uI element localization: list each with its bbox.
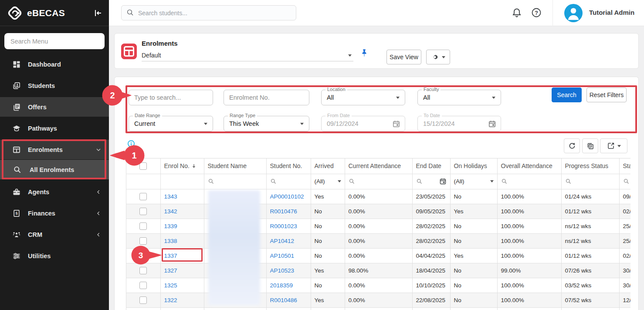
avatar[interactable]	[564, 4, 583, 22]
row-checkbox[interactable]	[139, 267, 147, 274]
row-checkbox[interactable]	[139, 208, 147, 215]
user-name[interactable]: Tutorial Admin	[589, 9, 634, 16]
sidebar-item-all-enrolments[interactable]: All Enrolments	[0, 160, 109, 179]
col-header-on-holidays[interactable]: On Holidays	[450, 158, 497, 174]
notifications-bell-icon[interactable]	[512, 7, 522, 18]
arrived-cell: Yes	[311, 293, 345, 307]
student-search-input[interactable]	[121, 5, 296, 20]
save-view-button[interactable]: Save View	[386, 50, 421, 64]
enrol-no-link[interactable]: 1339	[160, 219, 204, 233]
sidebar: eBECAS Dashboard Students	[0, 0, 109, 310]
col-header-end-date[interactable]: End Date	[412, 158, 450, 174]
to-date-field[interactable]: To Date 15/12/2024	[417, 116, 501, 131]
row-checkbox[interactable]	[139, 282, 147, 289]
progress-status-cell: 07/26 wks	[561, 263, 619, 278]
location-value: All	[322, 90, 405, 105]
column-chooser-button[interactable]	[582, 138, 598, 153]
sidebar-item-students[interactable]: Students	[0, 76, 109, 95]
search-icon[interactable]	[208, 178, 214, 185]
view-select[interactable]: Default	[142, 50, 353, 61]
location-select[interactable]: Location All	[321, 90, 405, 105]
row-checkbox[interactable]	[139, 297, 147, 304]
sidebar-search-input[interactable]	[4, 33, 105, 49]
sidebar-item-finances[interactable]: $ Finances	[0, 203, 109, 223]
student-no-link[interactable]: R0001023	[266, 219, 311, 233]
search-icon[interactable]	[270, 178, 277, 185]
student-no-link[interactable]: R0010476	[266, 204, 311, 219]
search-icon[interactable]	[349, 178, 355, 185]
progress-status-cell: 01/12 wks	[561, 248, 619, 263]
sidebar-item-utilities[interactable]: Utilities	[0, 246, 109, 266]
col-header-current-attendance[interactable]: Current Attendance	[345, 158, 412, 174]
range-type-value: This Week	[224, 116, 309, 131]
chevron-down-icon	[338, 180, 341, 182]
col-header-student-name[interactable]: Student Name	[204, 158, 266, 174]
export-button[interactable]	[600, 138, 627, 153]
settings-gear-button[interactable]	[426, 50, 450, 64]
table-row: 1339R0001023No0.00%28/02/2025No100.00%ns…	[126, 219, 630, 233]
sidebar-item-enrolments[interactable]: Enrolments	[0, 140, 109, 159]
enrol-no-link[interactable]: 1337	[160, 248, 204, 263]
info-icon[interactable]	[127, 140, 135, 148]
student-no-link[interactable]: R0010486	[266, 293, 311, 307]
range-type-select[interactable]: Range Type This Week	[224, 116, 309, 131]
date-range-select[interactable]: Date Range Current	[129, 116, 213, 131]
search-icon[interactable]	[565, 178, 572, 185]
student-no-link[interactable]: AP10523	[266, 263, 311, 278]
select-all-checkbox[interactable]	[139, 162, 147, 170]
enrol-no-link[interactable]: 1338	[160, 233, 204, 248]
calendar-icon[interactable]	[439, 178, 447, 185]
range-type-label: Range Type	[228, 113, 257, 118]
sidebar-item-pathways[interactable]: Pathways	[0, 118, 109, 138]
student-no-link[interactable]: AP10412	[266, 233, 311, 248]
enrol-no-link[interactable]: 1322	[160, 293, 204, 307]
student-no-link[interactable]: AP10501	[266, 248, 311, 263]
enrol-no-link[interactable]: 1342	[160, 204, 204, 219]
col-header-overall-attendance[interactable]: Overall Attendance	[497, 158, 561, 174]
row-checkbox[interactable]	[139, 222, 147, 230]
col-header-progress-status[interactable]: Progress Status	[561, 158, 619, 174]
student-no-link[interactable]: AP00010102	[266, 189, 311, 204]
sidebar-item-offers[interactable]: Offers	[0, 97, 109, 117]
progress-status-cell: 01/24 wks	[561, 189, 619, 204]
gear-icon	[431, 53, 439, 61]
filter-search-input[interactable]	[129, 90, 213, 105]
search-icon[interactable]	[416, 178, 423, 185]
search-button[interactable]: Search	[552, 88, 582, 102]
refresh-button[interactable]	[564, 138, 580, 153]
on-holidays-filter-select[interactable]: (All)	[450, 174, 497, 189]
finances-icon: $	[12, 209, 21, 218]
student-no-link[interactable]: 2018359	[266, 278, 311, 293]
sidebar-item-agents[interactable]: Agents	[0, 182, 109, 202]
arrived-filter-select[interactable]: (All)	[311, 174, 345, 189]
help-icon[interactable]: ?	[531, 7, 542, 18]
reset-filters-button[interactable]: Reset Filters	[586, 88, 627, 102]
pin-icon[interactable]	[359, 47, 369, 59]
enrol-no-link[interactable]: 1327	[160, 263, 204, 278]
chevron-down-icon	[204, 123, 207, 125]
search-icon[interactable]	[623, 178, 630, 185]
row-checkbox[interactable]	[139, 193, 147, 200]
filter-enrolment-no-input[interactable]	[224, 90, 309, 105]
view-title: Enrolments	[142, 40, 178, 47]
sidebar-collapse-icon[interactable]	[92, 8, 103, 18]
col-header-arrived[interactable]: Arrived	[311, 158, 345, 174]
sidebar-item-crm[interactable]: CRM	[0, 225, 109, 244]
enrolments-grid: Enrol No. Student Name Student No. Arriv…	[126, 158, 630, 310]
row-checkbox[interactable]	[139, 237, 147, 245]
from-date-field[interactable]: From Date 09/12/2024	[321, 116, 405, 131]
col-header-start-date[interactable]: Sta	[619, 158, 630, 174]
row-checkbox[interactable]	[139, 252, 147, 259]
chevron-left-icon	[95, 189, 102, 195]
sidebar-item-dashboard[interactable]: Dashboard	[0, 54, 109, 74]
col-header-enrol-no[interactable]: Enrol No.	[160, 158, 204, 174]
sidebar-item-label: Utilities	[28, 253, 51, 259]
col-header-student-no[interactable]: Student No.	[266, 158, 311, 174]
end-date-cell: 18/04/2025	[412, 263, 450, 278]
enrol-no-link[interactable]: 1343	[160, 189, 204, 204]
table-row: 1338AP10412No0.00%28/02/2025No100.00%ns/…	[126, 233, 630, 248]
faculty-select[interactable]: Faculty All	[417, 90, 501, 105]
calendar-icon	[392, 120, 400, 128]
enrol-no-link[interactable]: 1325	[160, 278, 204, 293]
search-icon[interactable]	[501, 178, 508, 185]
